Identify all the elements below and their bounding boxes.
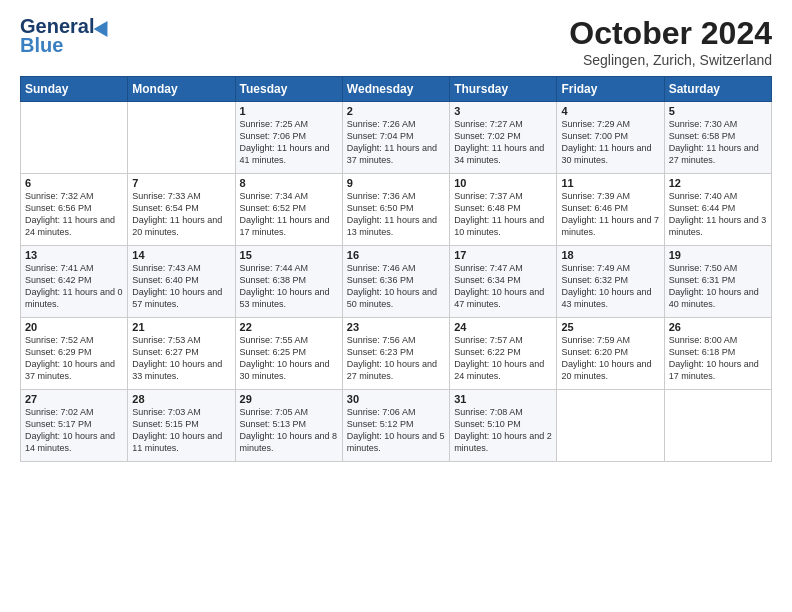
day-detail: Sunrise: 7:59 AMSunset: 6:20 PMDaylight:…	[561, 334, 659, 383]
day-number: 3	[454, 105, 552, 117]
day-detail: Sunrise: 7:06 AMSunset: 5:12 PMDaylight:…	[347, 406, 445, 455]
day-detail: Sunrise: 7:05 AMSunset: 5:13 PMDaylight:…	[240, 406, 338, 455]
day-number: 26	[669, 321, 767, 333]
day-number: 23	[347, 321, 445, 333]
day-detail: Sunrise: 7:49 AMSunset: 6:32 PMDaylight:…	[561, 262, 659, 311]
day-detail: Sunrise: 7:43 AMSunset: 6:40 PMDaylight:…	[132, 262, 230, 311]
day-cell: 11Sunrise: 7:39 AMSunset: 6:46 PMDayligh…	[557, 174, 664, 246]
day-cell: 19Sunrise: 7:50 AMSunset: 6:31 PMDayligh…	[664, 246, 771, 318]
day-cell: 24Sunrise: 7:57 AMSunset: 6:22 PMDayligh…	[450, 318, 557, 390]
day-number: 30	[347, 393, 445, 405]
day-number: 5	[669, 105, 767, 117]
day-cell: 3Sunrise: 7:27 AMSunset: 7:02 PMDaylight…	[450, 102, 557, 174]
day-detail: Sunrise: 7:55 AMSunset: 6:25 PMDaylight:…	[240, 334, 338, 383]
logo-triangle-icon	[94, 16, 115, 36]
day-cell: 6Sunrise: 7:32 AMSunset: 6:56 PMDaylight…	[21, 174, 128, 246]
header-cell-saturday: Saturday	[664, 77, 771, 102]
day-cell: 27Sunrise: 7:02 AMSunset: 5:17 PMDayligh…	[21, 390, 128, 462]
day-number: 16	[347, 249, 445, 261]
day-number: 9	[347, 177, 445, 189]
day-detail: Sunrise: 7:08 AMSunset: 5:10 PMDaylight:…	[454, 406, 552, 455]
week-row-2: 6Sunrise: 7:32 AMSunset: 6:56 PMDaylight…	[21, 174, 772, 246]
day-detail: Sunrise: 7:44 AMSunset: 6:38 PMDaylight:…	[240, 262, 338, 311]
day-cell: 29Sunrise: 7:05 AMSunset: 5:13 PMDayligh…	[235, 390, 342, 462]
day-number: 27	[25, 393, 123, 405]
day-cell	[128, 102, 235, 174]
week-row-5: 27Sunrise: 7:02 AMSunset: 5:17 PMDayligh…	[21, 390, 772, 462]
location-subtitle: Seglingen, Zurich, Switzerland	[569, 52, 772, 68]
day-detail: Sunrise: 7:50 AMSunset: 6:31 PMDaylight:…	[669, 262, 767, 311]
day-number: 13	[25, 249, 123, 261]
day-number: 4	[561, 105, 659, 117]
day-number: 14	[132, 249, 230, 261]
day-cell: 25Sunrise: 7:59 AMSunset: 6:20 PMDayligh…	[557, 318, 664, 390]
day-detail: Sunrise: 7:33 AMSunset: 6:54 PMDaylight:…	[132, 190, 230, 239]
day-number: 7	[132, 177, 230, 189]
day-cell: 13Sunrise: 7:41 AMSunset: 6:42 PMDayligh…	[21, 246, 128, 318]
day-detail: Sunrise: 7:27 AMSunset: 7:02 PMDaylight:…	[454, 118, 552, 167]
week-row-4: 20Sunrise: 7:52 AMSunset: 6:29 PMDayligh…	[21, 318, 772, 390]
day-cell: 30Sunrise: 7:06 AMSunset: 5:12 PMDayligh…	[342, 390, 449, 462]
day-cell	[664, 390, 771, 462]
header-cell-friday: Friday	[557, 77, 664, 102]
day-cell: 5Sunrise: 7:30 AMSunset: 6:58 PMDaylight…	[664, 102, 771, 174]
header-cell-thursday: Thursday	[450, 77, 557, 102]
day-detail: Sunrise: 7:29 AMSunset: 7:00 PMDaylight:…	[561, 118, 659, 167]
day-number: 18	[561, 249, 659, 261]
day-cell: 28Sunrise: 7:03 AMSunset: 5:15 PMDayligh…	[128, 390, 235, 462]
day-number: 20	[25, 321, 123, 333]
day-cell: 12Sunrise: 7:40 AMSunset: 6:44 PMDayligh…	[664, 174, 771, 246]
day-detail: Sunrise: 7:03 AMSunset: 5:15 PMDaylight:…	[132, 406, 230, 455]
day-number: 8	[240, 177, 338, 189]
logo: General Blue	[20, 15, 112, 57]
header-cell-monday: Monday	[128, 77, 235, 102]
day-cell: 17Sunrise: 7:47 AMSunset: 6:34 PMDayligh…	[450, 246, 557, 318]
day-detail: Sunrise: 7:34 AMSunset: 6:52 PMDaylight:…	[240, 190, 338, 239]
day-number: 11	[561, 177, 659, 189]
header-cell-tuesday: Tuesday	[235, 77, 342, 102]
day-number: 12	[669, 177, 767, 189]
day-cell: 16Sunrise: 7:46 AMSunset: 6:36 PMDayligh…	[342, 246, 449, 318]
day-detail: Sunrise: 7:46 AMSunset: 6:36 PMDaylight:…	[347, 262, 445, 311]
week-row-3: 13Sunrise: 7:41 AMSunset: 6:42 PMDayligh…	[21, 246, 772, 318]
day-cell	[21, 102, 128, 174]
header-cell-sunday: Sunday	[21, 77, 128, 102]
day-detail: Sunrise: 7:57 AMSunset: 6:22 PMDaylight:…	[454, 334, 552, 383]
day-number: 2	[347, 105, 445, 117]
day-detail: Sunrise: 7:30 AMSunset: 6:58 PMDaylight:…	[669, 118, 767, 167]
day-number: 21	[132, 321, 230, 333]
day-detail: Sunrise: 7:41 AMSunset: 6:42 PMDaylight:…	[25, 262, 123, 311]
day-number: 28	[132, 393, 230, 405]
day-cell: 9Sunrise: 7:36 AMSunset: 6:50 PMDaylight…	[342, 174, 449, 246]
day-cell: 8Sunrise: 7:34 AMSunset: 6:52 PMDaylight…	[235, 174, 342, 246]
day-number: 31	[454, 393, 552, 405]
day-cell: 22Sunrise: 7:55 AMSunset: 6:25 PMDayligh…	[235, 318, 342, 390]
day-cell	[557, 390, 664, 462]
month-title: October 2024	[569, 15, 772, 52]
day-detail: Sunrise: 8:00 AMSunset: 6:18 PMDaylight:…	[669, 334, 767, 383]
calendar-table: SundayMondayTuesdayWednesdayThursdayFrid…	[20, 76, 772, 462]
day-number: 29	[240, 393, 338, 405]
day-detail: Sunrise: 7:53 AMSunset: 6:27 PMDaylight:…	[132, 334, 230, 383]
day-number: 22	[240, 321, 338, 333]
page: General Blue October 2024 Seglingen, Zur…	[0, 0, 792, 612]
day-cell: 14Sunrise: 7:43 AMSunset: 6:40 PMDayligh…	[128, 246, 235, 318]
day-number: 1	[240, 105, 338, 117]
day-detail: Sunrise: 7:56 AMSunset: 6:23 PMDaylight:…	[347, 334, 445, 383]
day-number: 19	[669, 249, 767, 261]
day-cell: 10Sunrise: 7:37 AMSunset: 6:48 PMDayligh…	[450, 174, 557, 246]
header-row: SundayMondayTuesdayWednesdayThursdayFrid…	[21, 77, 772, 102]
day-cell: 21Sunrise: 7:53 AMSunset: 6:27 PMDayligh…	[128, 318, 235, 390]
logo-line2: Blue	[20, 34, 63, 57]
day-number: 25	[561, 321, 659, 333]
day-detail: Sunrise: 7:02 AMSunset: 5:17 PMDaylight:…	[25, 406, 123, 455]
day-number: 6	[25, 177, 123, 189]
day-detail: Sunrise: 7:39 AMSunset: 6:46 PMDaylight:…	[561, 190, 659, 239]
day-cell: 15Sunrise: 7:44 AMSunset: 6:38 PMDayligh…	[235, 246, 342, 318]
day-detail: Sunrise: 7:26 AMSunset: 7:04 PMDaylight:…	[347, 118, 445, 167]
day-number: 17	[454, 249, 552, 261]
day-detail: Sunrise: 7:25 AMSunset: 7:06 PMDaylight:…	[240, 118, 338, 167]
day-detail: Sunrise: 7:52 AMSunset: 6:29 PMDaylight:…	[25, 334, 123, 383]
day-cell: 2Sunrise: 7:26 AMSunset: 7:04 PMDaylight…	[342, 102, 449, 174]
header: General Blue October 2024 Seglingen, Zur…	[20, 15, 772, 68]
